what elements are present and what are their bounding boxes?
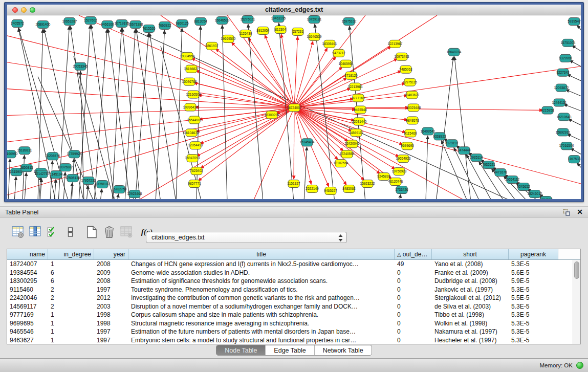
graph-node[interactable]: 10654112 xyxy=(505,176,520,184)
close-panel-icon[interactable]: ✕ xyxy=(577,208,583,216)
graph-node[interactable]: 16648784 xyxy=(447,48,462,56)
graph-node[interactable]: 12160504 xyxy=(186,91,201,98)
graph-node[interactable]: 12213967 xyxy=(388,40,403,48)
network-graph[interactable]: 1872400719384554151668271504676812160504… xyxy=(7,15,581,199)
table-row[interactable]: 1456911722003Disruption of a novel membe… xyxy=(7,302,580,311)
graph-node[interactable]: 22420046 xyxy=(345,140,360,148)
graph-node[interactable]: 2405572 xyxy=(11,19,24,27)
graph-node[interactable]: 10719195 xyxy=(115,19,129,27)
row-height-button[interactable] xyxy=(61,223,79,240)
graph-node[interactable]: 1151327 xyxy=(288,180,300,188)
graph-node[interactable]: 19669500 xyxy=(221,35,236,42)
graph-node[interactable]: 90975887 xyxy=(58,164,73,171)
table-row[interactable]: 1938455462009Genome-wide association stu… xyxy=(7,269,580,277)
graph-node[interactable]: 2522149 xyxy=(306,185,319,193)
graph-node[interactable]: 17016504 xyxy=(559,142,574,150)
graph-node[interactable]: 2935114 xyxy=(470,154,483,162)
graph-node[interactable]: 15751074 xyxy=(561,39,576,47)
tab-edge-table[interactable]: Edge Table xyxy=(265,345,314,355)
graph-node[interactable]: 10025488 xyxy=(406,104,421,112)
graph-node[interactable]: 18300295 xyxy=(265,111,279,119)
graph-node[interactable]: 17957233 xyxy=(81,177,96,185)
graph-node[interactable]: 15692931 xyxy=(556,128,571,136)
graph-node[interactable]: 15145404 xyxy=(300,139,315,146)
graph-node[interactable]: 17359928 xyxy=(67,150,82,158)
graph-node[interactable]: 17240553 xyxy=(340,150,355,158)
select-columns-button[interactable] xyxy=(27,223,44,240)
graph-node[interactable]: 1125439 xyxy=(239,30,252,37)
table-row[interactable]: 911546021997Tourette syndrome. Phenomeno… xyxy=(7,286,580,294)
vertical-scrollbar[interactable] xyxy=(573,260,580,344)
graph-node[interactable]: 16409541 xyxy=(421,127,435,135)
graph-node[interactable]: 10973493 xyxy=(395,53,409,60)
graph-node[interactable]: 10465954 xyxy=(339,60,354,68)
new-table-button[interactable] xyxy=(83,223,100,240)
table-row[interactable]: 946362711997Embryonic stem cells: a mode… xyxy=(7,336,580,345)
graph-node[interactable]: 16546539 xyxy=(307,33,322,40)
graph-node[interactable]: 9849578 xyxy=(406,117,419,124)
graph-node[interactable]: 9473712 xyxy=(332,49,345,57)
graph-node[interactable]: 9474444 xyxy=(458,147,471,155)
column-header-in_degree[interactable]: in_degree xyxy=(48,249,94,259)
graph-node[interactable]: 6179197 xyxy=(445,140,459,147)
graph-node[interactable]: 16646539 xyxy=(215,16,230,24)
graph-node[interactable]: 9338923 xyxy=(433,133,446,140)
graph-node[interactable]: 10958107 xyxy=(95,181,110,188)
graph-node[interactable]: 9860125 xyxy=(176,19,189,27)
graph-node[interactable]: 19463627 xyxy=(405,91,420,99)
graph-node[interactable]: 8912954 xyxy=(256,27,270,34)
table-row[interactable]: 1830029562008Estimation of significance … xyxy=(7,277,580,286)
graph-node[interactable]: 9215958 xyxy=(541,106,554,114)
graph-node[interactable]: 18107564 xyxy=(334,160,349,167)
graph-node[interactable]: 18724007 xyxy=(287,104,302,112)
graph-node[interactable]: 20891406 xyxy=(36,20,51,28)
graph-node[interactable]: 19756928 xyxy=(392,168,407,176)
graph-node[interactable]: 18305461 xyxy=(322,40,337,48)
graph-node[interactable]: 7615526 xyxy=(142,25,156,32)
table-row[interactable]: 2242004622012Investigating the contribut… xyxy=(7,294,580,302)
graph-node[interactable]: 557231 xyxy=(292,28,303,35)
graph-node[interactable]: 9699695 xyxy=(401,142,414,150)
table-select-dropdown[interactable]: citations_edges.txt xyxy=(146,232,347,243)
graph-node[interactable]: 8471676 xyxy=(494,169,507,177)
select-rows-button[interactable] xyxy=(44,223,61,240)
graph-node[interactable]: 9245652 xyxy=(517,183,530,191)
graph-node[interactable]: 12142757 xyxy=(35,170,50,178)
graph-node[interactable]: 1733426 xyxy=(395,186,408,194)
graph-node[interactable]: 12923468 xyxy=(127,190,142,198)
graph-node[interactable]: 3850815 xyxy=(20,164,33,172)
graph-node[interactable]: 10759181 xyxy=(307,15,322,23)
graph-node[interactable]: 12093872 xyxy=(554,84,569,92)
graph-node[interactable]: 10653287 xyxy=(62,17,77,25)
column-header-out_de[interactable]: △out_de… xyxy=(395,249,432,259)
graph-node[interactable]: 9329966 xyxy=(559,54,572,62)
graph-node[interactable]: 7663822 xyxy=(158,21,171,29)
float-panel-icon[interactable] xyxy=(563,209,571,216)
graph-node[interactable]: 7625402 xyxy=(190,167,203,175)
graph-node[interactable]: 9724502 xyxy=(539,196,553,199)
graph-node[interactable]: 8485063 xyxy=(342,185,356,193)
graph-node[interactable]: 15276021 xyxy=(241,15,255,23)
graph-node[interactable]: 15166827 xyxy=(184,65,199,73)
graph-node[interactable]: 2718120 xyxy=(344,72,358,79)
graph-node[interactable]: 19654923 xyxy=(396,155,411,163)
graph-node[interactable]: 812304 xyxy=(275,26,286,33)
graph-node[interactable]: 8813054 xyxy=(194,17,207,25)
graph-node[interactable]: 9465546 xyxy=(354,106,367,114)
column-header-title[interactable]: title xyxy=(128,249,395,259)
graph-node[interactable]: 16210643 xyxy=(557,113,572,121)
graph-node[interactable]: 15189831 xyxy=(17,147,32,155)
graph-node[interactable]: 22031440 xyxy=(352,118,367,125)
graph-node[interactable]: 25160950 xyxy=(7,150,18,158)
graph-node[interactable]: 12505135 xyxy=(66,174,80,182)
graph-node[interactable]: 18245012 xyxy=(528,190,542,198)
graph-node[interactable]: 10996437 xyxy=(183,103,198,111)
table-row[interactable]: 946554611997Estimation of the future num… xyxy=(7,327,580,336)
graph-node[interactable]: 16671388 xyxy=(128,20,143,28)
graph-node[interactable]: 1167533 xyxy=(568,156,581,163)
tab-node-table[interactable]: Node Table xyxy=(216,345,265,355)
graph-node[interactable]: 15923222 xyxy=(360,180,375,188)
graph-node[interactable]: 12054493 xyxy=(188,142,203,149)
graph-node[interactable]: 9861937 xyxy=(205,42,219,50)
graph-node[interactable]: 46120746 xyxy=(388,178,403,186)
